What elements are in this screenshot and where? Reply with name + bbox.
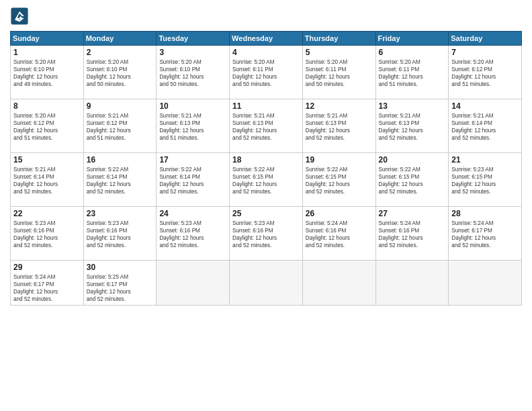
day-number: 26 [306, 209, 373, 218]
calendar-cell: 24Sunrise: 5:23 AM Sunset: 6:16 PM Dayli… [157, 207, 230, 261]
day-info: Sunrise: 5:20 AM Sunset: 6:10 PM Dayligh… [159, 58, 226, 88]
day-info: Sunrise: 5:21 AM Sunset: 6:14 PM Dayligh… [451, 112, 519, 142]
day-info: Sunrise: 5:20 AM Sunset: 6:12 PM Dayligh… [13, 112, 81, 142]
calendar-cell: 2Sunrise: 5:20 AM Sunset: 6:10 PM Daylig… [83, 46, 157, 99]
calendar-cell: 22Sunrise: 5:23 AM Sunset: 6:16 PM Dayli… [11, 207, 84, 261]
header [10, 7, 522, 26]
day-number: 8 [13, 101, 81, 111]
calendar-cell: 16Sunrise: 5:22 AM Sunset: 6:14 PM Dayli… [83, 153, 157, 207]
day-number: 16 [87, 155, 154, 165]
day-info: Sunrise: 5:20 AM Sunset: 6:10 PM Dayligh… [13, 58, 81, 88]
day-number: 4 [232, 48, 300, 57]
calendar-week-1: 1Sunrise: 5:20 AM Sunset: 6:10 PM Daylig… [11, 46, 522, 99]
day-number: 19 [306, 155, 373, 165]
col-header-saturday: Saturday [449, 32, 522, 46]
day-number: 23 [87, 209, 154, 218]
calendar-cell: 17Sunrise: 5:22 AM Sunset: 6:14 PM Dayli… [157, 153, 230, 207]
day-info: Sunrise: 5:21 AM Sunset: 6:13 PM Dayligh… [159, 112, 226, 142]
calendar-cell [230, 261, 303, 306]
calendar-cell: 13Sunrise: 5:21 AM Sunset: 6:13 PM Dayli… [375, 99, 449, 153]
calendar-cell: 4Sunrise: 5:20 AM Sunset: 6:11 PM Daylig… [230, 46, 303, 99]
calendar-week-2: 8Sunrise: 5:20 AM Sunset: 6:12 PM Daylig… [11, 99, 522, 153]
day-info: Sunrise: 5:20 AM Sunset: 6:11 PM Dayligh… [379, 58, 446, 88]
calendar-cell: 7Sunrise: 5:20 AM Sunset: 6:12 PM Daylig… [449, 46, 522, 99]
calendar-week-3: 15Sunrise: 5:21 AM Sunset: 6:14 PM Dayli… [11, 153, 522, 207]
day-info: Sunrise: 5:22 AM Sunset: 6:14 PM Dayligh… [159, 166, 226, 195]
day-number: 5 [306, 48, 373, 57]
day-number: 20 [379, 155, 446, 165]
day-info: Sunrise: 5:22 AM Sunset: 6:14 PM Dayligh… [87, 166, 154, 195]
col-header-tuesday: Tuesday [157, 32, 230, 46]
calendar-week-5: 29Sunrise: 5:24 AM Sunset: 6:17 PM Dayli… [11, 261, 522, 306]
col-header-monday: Monday [83, 32, 157, 46]
calendar-cell: 20Sunrise: 5:22 AM Sunset: 6:15 PM Dayli… [375, 153, 449, 207]
calendar-cell: 10Sunrise: 5:21 AM Sunset: 6:13 PM Dayli… [157, 99, 230, 153]
day-info: Sunrise: 5:23 AM Sunset: 6:16 PM Dayligh… [13, 220, 81, 249]
day-info: Sunrise: 5:21 AM Sunset: 6:13 PM Dayligh… [306, 112, 373, 142]
day-number: 25 [232, 209, 300, 218]
day-info: Sunrise: 5:20 AM Sunset: 6:11 PM Dayligh… [232, 58, 300, 88]
day-info: Sunrise: 5:24 AM Sunset: 6:17 PM Dayligh… [13, 273, 81, 303]
svg-rect-0 [11, 7, 28, 24]
day-number: 6 [379, 48, 446, 57]
calendar-cell: 14Sunrise: 5:21 AM Sunset: 6:14 PM Dayli… [449, 99, 522, 153]
day-number: 27 [379, 209, 446, 218]
day-number: 29 [13, 263, 81, 272]
logo-icon [10, 7, 29, 26]
day-info: Sunrise: 5:23 AM Sunset: 6:16 PM Dayligh… [232, 220, 300, 249]
day-info: Sunrise: 5:23 AM Sunset: 6:16 PM Dayligh… [159, 220, 226, 249]
calendar-cell: 5Sunrise: 5:20 AM Sunset: 6:11 PM Daylig… [302, 46, 375, 99]
calendar-cell: 21Sunrise: 5:23 AM Sunset: 6:15 PM Dayli… [449, 153, 522, 207]
calendar-cell [302, 261, 375, 306]
day-number: 30 [87, 263, 154, 272]
col-header-sunday: Sunday [11, 32, 84, 46]
page: SundayMondayTuesdayWednesdayThursdayFrid… [0, 0, 532, 411]
calendar-cell: 28Sunrise: 5:24 AM Sunset: 6:17 PM Dayli… [449, 207, 522, 261]
day-info: Sunrise: 5:22 AM Sunset: 6:15 PM Dayligh… [379, 166, 446, 195]
day-info: Sunrise: 5:24 AM Sunset: 6:16 PM Dayligh… [379, 220, 446, 249]
day-number: 9 [87, 101, 154, 111]
col-header-friday: Friday [375, 32, 449, 46]
day-info: Sunrise: 5:24 AM Sunset: 6:17 PM Dayligh… [451, 220, 519, 249]
calendar-cell: 3Sunrise: 5:20 AM Sunset: 6:10 PM Daylig… [157, 46, 230, 99]
day-info: Sunrise: 5:22 AM Sunset: 6:15 PM Dayligh… [232, 166, 300, 195]
day-number: 12 [306, 101, 373, 111]
day-number: 10 [159, 101, 226, 111]
day-number: 18 [232, 155, 300, 165]
calendar-cell: 26Sunrise: 5:24 AM Sunset: 6:16 PM Dayli… [302, 207, 375, 261]
day-info: Sunrise: 5:25 AM Sunset: 6:17 PM Dayligh… [87, 273, 154, 303]
day-info: Sunrise: 5:21 AM Sunset: 6:13 PM Dayligh… [379, 112, 446, 142]
calendar-cell: 8Sunrise: 5:20 AM Sunset: 6:12 PM Daylig… [11, 99, 84, 153]
calendar-cell: 27Sunrise: 5:24 AM Sunset: 6:16 PM Dayli… [375, 207, 449, 261]
calendar-cell: 15Sunrise: 5:21 AM Sunset: 6:14 PM Dayli… [11, 153, 84, 207]
calendar-cell: 12Sunrise: 5:21 AM Sunset: 6:13 PM Dayli… [302, 99, 375, 153]
col-header-wednesday: Wednesday [230, 32, 303, 46]
day-number: 17 [159, 155, 226, 165]
day-number: 22 [13, 209, 81, 218]
day-info: Sunrise: 5:23 AM Sunset: 6:16 PM Dayligh… [87, 220, 154, 249]
logo [10, 7, 32, 26]
day-info: Sunrise: 5:23 AM Sunset: 6:15 PM Dayligh… [451, 166, 519, 195]
day-info: Sunrise: 5:20 AM Sunset: 6:11 PM Dayligh… [306, 58, 373, 88]
day-info: Sunrise: 5:20 AM Sunset: 6:10 PM Dayligh… [87, 58, 154, 88]
day-info: Sunrise: 5:24 AM Sunset: 6:16 PM Dayligh… [306, 220, 373, 249]
calendar-table: SundayMondayTuesdayWednesdayThursdayFrid… [10, 31, 522, 306]
day-number: 1 [13, 48, 81, 57]
calendar-cell [157, 261, 230, 306]
calendar-week-4: 22Sunrise: 5:23 AM Sunset: 6:16 PM Dayli… [11, 207, 522, 261]
calendar-cell: 1Sunrise: 5:20 AM Sunset: 6:10 PM Daylig… [11, 46, 84, 99]
day-number: 28 [451, 209, 519, 218]
calendar-cell: 29Sunrise: 5:24 AM Sunset: 6:17 PM Dayli… [11, 261, 84, 306]
calendar-cell: 23Sunrise: 5:23 AM Sunset: 6:16 PM Dayli… [83, 207, 157, 261]
day-info: Sunrise: 5:21 AM Sunset: 6:13 PM Dayligh… [232, 112, 300, 142]
calendar-cell: 9Sunrise: 5:21 AM Sunset: 6:12 PM Daylig… [83, 99, 157, 153]
day-info: Sunrise: 5:22 AM Sunset: 6:15 PM Dayligh… [306, 166, 373, 195]
day-number: 13 [379, 101, 446, 111]
day-number: 24 [159, 209, 226, 218]
day-info: Sunrise: 5:20 AM Sunset: 6:12 PM Dayligh… [451, 58, 519, 88]
calendar-cell: 18Sunrise: 5:22 AM Sunset: 6:15 PM Dayli… [230, 153, 303, 207]
day-number: 21 [451, 155, 519, 165]
day-number: 2 [87, 48, 154, 57]
day-number: 14 [451, 101, 519, 111]
calendar-cell [375, 261, 449, 306]
